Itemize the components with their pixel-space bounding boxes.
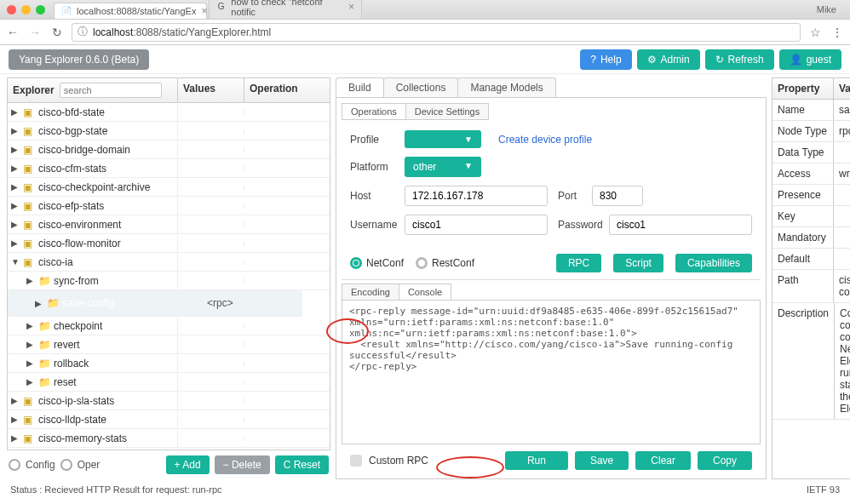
browser-tab-active[interactable]: 📄 localhost:8088/static/YangEx × bbox=[54, 3, 207, 19]
tree-row-cisco-lldp-state[interactable]: ▶▣cisco-lldp-state bbox=[8, 410, 330, 429]
expand-icon[interactable]: ▶ bbox=[11, 145, 20, 154]
tree-value[interactable] bbox=[178, 110, 244, 115]
tree-operation[interactable] bbox=[244, 147, 330, 152]
script-button[interactable]: Script bbox=[613, 254, 663, 272]
tree-operation[interactable] bbox=[244, 398, 330, 404]
tree-value[interactable] bbox=[178, 241, 244, 246]
tree-row-cisco-environment[interactable]: ▶▣cisco-environment bbox=[8, 215, 330, 234]
save-button[interactable]: Save bbox=[575, 451, 629, 470]
netconf-radio[interactable]: NetConf bbox=[350, 257, 404, 269]
expand-icon[interactable]: ▶ bbox=[26, 358, 35, 368]
tree-operation[interactable] bbox=[244, 324, 330, 329]
info-icon[interactable]: ⓘ bbox=[78, 25, 88, 39]
guest-button[interactable]: 👤guest bbox=[779, 49, 841, 70]
expand-icon[interactable]: ▶ bbox=[26, 321, 35, 330]
tab-console[interactable]: Console bbox=[399, 284, 451, 301]
clear-button[interactable]: Clear bbox=[635, 451, 691, 470]
expand-icon[interactable]: ▶ bbox=[11, 396, 20, 405]
oper-radio[interactable]: Oper bbox=[60, 459, 101, 471]
tree-value[interactable] bbox=[178, 260, 244, 265]
tree-row-rollback[interactable]: ▶📁rollback bbox=[8, 354, 330, 373]
tree-value[interactable] bbox=[178, 436, 244, 441]
tree-operation[interactable] bbox=[244, 380, 330, 385]
tree-value[interactable] bbox=[178, 278, 244, 284]
profile-name[interactable]: Mike bbox=[817, 4, 843, 14]
tree-row-sync-from[interactable]: ▶📁sync-from bbox=[8, 272, 330, 290]
custom-rpc-checkbox[interactable] bbox=[350, 455, 362, 467]
help-button[interactable]: ?Help bbox=[580, 49, 631, 70]
browser-tab[interactable]: G how to check "netconf notific × bbox=[209, 0, 362, 19]
expand-icon[interactable]: ▶ bbox=[11, 415, 20, 424]
tree-operation[interactable] bbox=[244, 129, 330, 134]
tree-operation[interactable] bbox=[244, 342, 330, 347]
tree-value[interactable] bbox=[178, 129, 244, 134]
subtab-operations[interactable]: Operations bbox=[342, 103, 406, 120]
tree-value[interactable] bbox=[178, 147, 244, 152]
expand-icon[interactable]: ▶ bbox=[26, 340, 35, 349]
tree-row-revert[interactable]: ▶📁revert bbox=[8, 335, 330, 354]
explorer-rows[interactable]: ▶▣cisco-bfd-state▶▣cisco-bgp-state▶▣cisc… bbox=[8, 103, 330, 450]
close-icon[interactable] bbox=[7, 5, 16, 14]
search-input[interactable] bbox=[60, 83, 162, 98]
tree-operation[interactable] bbox=[244, 361, 330, 366]
tree-row-checkpoint[interactable]: ▶📁checkpoint bbox=[8, 317, 330, 335]
expand-icon[interactable]: ▶ bbox=[11, 182, 20, 192]
tree-value[interactable] bbox=[178, 185, 244, 190]
expand-icon[interactable]: ▶ bbox=[11, 201, 20, 210]
host-input[interactable] bbox=[405, 186, 548, 206]
tree-operation[interactable] bbox=[244, 436, 330, 441]
minimize-icon[interactable] bbox=[21, 5, 31, 14]
tree-row-save-config[interactable]: ▶📁save-config<rpc> bbox=[8, 290, 302, 317]
tree-value[interactable] bbox=[178, 222, 244, 227]
tree-value[interactable] bbox=[178, 417, 244, 422]
tree-row-cisco-ia[interactable]: ▼▣cisco-ia bbox=[8, 253, 330, 272]
config-radio[interactable]: Config bbox=[9, 459, 55, 471]
refresh-button[interactable]: ↻Refresh bbox=[705, 49, 774, 70]
tree-row-cisco-mpls-fwd[interactable]: ▶▣cisco-mpls-fwd bbox=[8, 448, 330, 450]
tree-row-cisco-memory-stats[interactable]: ▶▣cisco-memory-stats bbox=[8, 429, 330, 448]
expand-icon[interactable]: ▶ bbox=[11, 220, 20, 229]
star-icon[interactable]: ☆ bbox=[807, 26, 823, 39]
password-input[interactable] bbox=[609, 215, 752, 235]
tree-value[interactable] bbox=[178, 166, 244, 171]
expand-icon[interactable]: ▶ bbox=[11, 433, 20, 443]
expand-icon[interactable]: ▶ bbox=[11, 126, 20, 135]
tab-collections[interactable]: Collections bbox=[383, 77, 459, 97]
console-output[interactable]: <rpc-reply message-id="urn:uuid:df9a8485… bbox=[342, 300, 761, 444]
tree-row-cisco-checkpoint-archive[interactable]: ▶▣cisco-checkpoint-archive bbox=[8, 178, 330, 197]
tree-row-cisco-bridge-domain[interactable]: ▶▣cisco-bridge-domain bbox=[8, 140, 330, 159]
expand-icon[interactable]: ▼ bbox=[11, 257, 20, 266]
tree-operation[interactable] bbox=[244, 278, 330, 284]
expand-icon[interactable]: ▶ bbox=[11, 238, 20, 248]
expand-icon[interactable]: ▶ bbox=[35, 299, 43, 308]
username-input[interactable] bbox=[405, 215, 548, 235]
tree-operation[interactable] bbox=[287, 301, 294, 306]
tree-operation[interactable] bbox=[244, 222, 330, 227]
reset-button[interactable]: C Reset bbox=[275, 455, 329, 474]
tree-value[interactable] bbox=[178, 203, 244, 209]
tree-operation[interactable] bbox=[244, 166, 330, 171]
back-icon[interactable]: ← bbox=[5, 26, 20, 39]
expand-icon[interactable]: ▶ bbox=[11, 163, 20, 173]
capabilities-button[interactable]: Capabilities bbox=[675, 254, 752, 272]
expand-icon[interactable]: ▶ bbox=[26, 377, 35, 387]
add-button[interactable]: + Add bbox=[166, 455, 210, 474]
tree-row-reset[interactable]: ▶📁reset bbox=[8, 373, 330, 392]
tree-row-cisco-bfd-state[interactable]: ▶▣cisco-bfd-state bbox=[8, 103, 330, 122]
maximize-icon[interactable] bbox=[36, 5, 45, 14]
tree-operation[interactable] bbox=[244, 185, 330, 190]
port-input[interactable] bbox=[592, 186, 643, 206]
tree-value[interactable] bbox=[178, 380, 244, 385]
run-button[interactable]: Run bbox=[505, 451, 568, 470]
tree-row-cisco-ip-sla-stats[interactable]: ▶▣cisco-ip-sla-stats bbox=[8, 392, 330, 410]
close-tab-icon[interactable]: × bbox=[348, 1, 354, 13]
forward-icon[interactable]: → bbox=[27, 26, 43, 39]
tree-value[interactable] bbox=[178, 324, 244, 329]
close-tab-icon[interactable]: × bbox=[201, 5, 207, 17]
tree-value[interactable] bbox=[178, 342, 244, 347]
tree-operation[interactable] bbox=[244, 203, 330, 209]
tree-operation[interactable] bbox=[244, 417, 330, 422]
url-input[interactable]: ⓘ localhost:8088/static/YangExplorer.htm… bbox=[72, 23, 801, 42]
tree-value[interactable]: <rpc> bbox=[204, 295, 270, 312]
profile-select[interactable]: ▼ bbox=[405, 130, 481, 148]
